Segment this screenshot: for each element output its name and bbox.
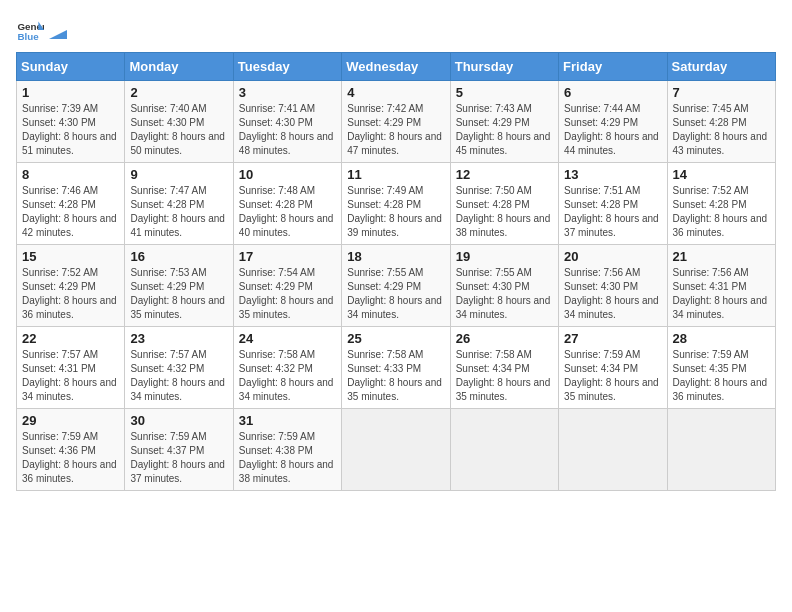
day-number: 24 [239, 331, 336, 346]
calendar-day-cell: 19 Sunrise: 7:55 AM Sunset: 4:30 PM Dayl… [450, 245, 558, 327]
sunrise-label: Sunrise: 7:59 AM [130, 431, 206, 442]
sunrise-label: Sunrise: 7:56 AM [564, 267, 640, 278]
sunrise-label: Sunrise: 7:48 AM [239, 185, 315, 196]
daylight-label: Daylight: 8 hours and 36 minutes. [673, 377, 768, 402]
daylight-label: Daylight: 8 hours and 36 minutes. [22, 295, 117, 320]
daylight-label: Daylight: 8 hours and 39 minutes. [347, 213, 442, 238]
sunrise-label: Sunrise: 7:59 AM [239, 431, 315, 442]
daylight-label: Daylight: 8 hours and 34 minutes. [239, 377, 334, 402]
day-number: 16 [130, 249, 227, 264]
calendar-day-cell [450, 409, 558, 491]
day-info: Sunrise: 7:57 AM Sunset: 4:32 PM Dayligh… [130, 348, 227, 404]
calendar-day-cell: 6 Sunrise: 7:44 AM Sunset: 4:29 PM Dayli… [559, 81, 667, 163]
day-info: Sunrise: 7:55 AM Sunset: 4:29 PM Dayligh… [347, 266, 444, 322]
day-number: 26 [456, 331, 553, 346]
sunset-label: Sunset: 4:37 PM [130, 445, 204, 456]
sunrise-label: Sunrise: 7:42 AM [347, 103, 423, 114]
sunset-label: Sunset: 4:28 PM [673, 117, 747, 128]
calendar-day-cell [559, 409, 667, 491]
day-number: 2 [130, 85, 227, 100]
day-info: Sunrise: 7:49 AM Sunset: 4:28 PM Dayligh… [347, 184, 444, 240]
sunrise-label: Sunrise: 7:52 AM [22, 267, 98, 278]
day-number: 7 [673, 85, 770, 100]
calendar-day-cell: 28 Sunrise: 7:59 AM Sunset: 4:35 PM Dayl… [667, 327, 775, 409]
sunset-label: Sunset: 4:30 PM [22, 117, 96, 128]
calendar-week-row: 1 Sunrise: 7:39 AM Sunset: 4:30 PM Dayli… [17, 81, 776, 163]
weekday-header: Sunday [17, 53, 125, 81]
daylight-label: Daylight: 8 hours and 36 minutes. [673, 213, 768, 238]
daylight-label: Daylight: 8 hours and 35 minutes. [456, 377, 551, 402]
svg-marker-3 [49, 30, 67, 39]
day-number: 13 [564, 167, 661, 182]
daylight-label: Daylight: 8 hours and 41 minutes. [130, 213, 225, 238]
sunrise-label: Sunrise: 7:57 AM [130, 349, 206, 360]
sunset-label: Sunset: 4:29 PM [347, 281, 421, 292]
calendar-table: SundayMondayTuesdayWednesdayThursdayFrid… [16, 52, 776, 491]
day-info: Sunrise: 7:41 AM Sunset: 4:30 PM Dayligh… [239, 102, 336, 158]
day-number: 22 [22, 331, 119, 346]
calendar-day-cell: 29 Sunrise: 7:59 AM Sunset: 4:36 PM Dayl… [17, 409, 125, 491]
sunset-label: Sunset: 4:30 PM [564, 281, 638, 292]
daylight-label: Daylight: 8 hours and 38 minutes. [239, 459, 334, 484]
sunset-label: Sunset: 4:32 PM [130, 363, 204, 374]
day-info: Sunrise: 7:59 AM Sunset: 4:34 PM Dayligh… [564, 348, 661, 404]
daylight-label: Daylight: 8 hours and 37 minutes. [564, 213, 659, 238]
calendar-day-cell: 15 Sunrise: 7:52 AM Sunset: 4:29 PM Dayl… [17, 245, 125, 327]
sunrise-label: Sunrise: 7:53 AM [130, 267, 206, 278]
daylight-label: Daylight: 8 hours and 35 minutes. [130, 295, 225, 320]
sunset-label: Sunset: 4:31 PM [22, 363, 96, 374]
day-number: 20 [564, 249, 661, 264]
calendar-day-cell: 17 Sunrise: 7:54 AM Sunset: 4:29 PM Dayl… [233, 245, 341, 327]
daylight-label: Daylight: 8 hours and 37 minutes. [130, 459, 225, 484]
weekday-header: Saturday [667, 53, 775, 81]
logo: General Blue [16, 16, 68, 44]
sunset-label: Sunset: 4:30 PM [130, 117, 204, 128]
day-number: 5 [456, 85, 553, 100]
day-number: 14 [673, 167, 770, 182]
sunset-label: Sunset: 4:29 PM [239, 281, 313, 292]
daylight-label: Daylight: 8 hours and 36 minutes. [22, 459, 117, 484]
sunset-label: Sunset: 4:28 PM [456, 199, 530, 210]
calendar-day-cell: 30 Sunrise: 7:59 AM Sunset: 4:37 PM Dayl… [125, 409, 233, 491]
sunset-label: Sunset: 4:29 PM [347, 117, 421, 128]
day-number: 23 [130, 331, 227, 346]
day-info: Sunrise: 7:40 AM Sunset: 4:30 PM Dayligh… [130, 102, 227, 158]
day-info: Sunrise: 7:54 AM Sunset: 4:29 PM Dayligh… [239, 266, 336, 322]
calendar-day-cell [342, 409, 450, 491]
calendar-day-cell: 3 Sunrise: 7:41 AM Sunset: 4:30 PM Dayli… [233, 81, 341, 163]
calendar-day-cell: 24 Sunrise: 7:58 AM Sunset: 4:32 PM Dayl… [233, 327, 341, 409]
sunset-label: Sunset: 4:34 PM [564, 363, 638, 374]
daylight-label: Daylight: 8 hours and 34 minutes. [347, 295, 442, 320]
day-info: Sunrise: 7:39 AM Sunset: 4:30 PM Dayligh… [22, 102, 119, 158]
day-number: 31 [239, 413, 336, 428]
calendar-day-cell: 8 Sunrise: 7:46 AM Sunset: 4:28 PM Dayli… [17, 163, 125, 245]
sunset-label: Sunset: 4:30 PM [239, 117, 313, 128]
day-number: 17 [239, 249, 336, 264]
calendar-week-row: 29 Sunrise: 7:59 AM Sunset: 4:36 PM Dayl… [17, 409, 776, 491]
daylight-label: Daylight: 8 hours and 51 minutes. [22, 131, 117, 156]
daylight-label: Daylight: 8 hours and 35 minutes. [564, 377, 659, 402]
sunset-label: Sunset: 4:34 PM [456, 363, 530, 374]
calendar-week-row: 15 Sunrise: 7:52 AM Sunset: 4:29 PM Dayl… [17, 245, 776, 327]
day-info: Sunrise: 7:58 AM Sunset: 4:34 PM Dayligh… [456, 348, 553, 404]
sunset-label: Sunset: 4:28 PM [673, 199, 747, 210]
sunrise-label: Sunrise: 7:55 AM [456, 267, 532, 278]
day-info: Sunrise: 7:58 AM Sunset: 4:32 PM Dayligh… [239, 348, 336, 404]
day-number: 3 [239, 85, 336, 100]
calendar-week-row: 22 Sunrise: 7:57 AM Sunset: 4:31 PM Dayl… [17, 327, 776, 409]
day-info: Sunrise: 7:51 AM Sunset: 4:28 PM Dayligh… [564, 184, 661, 240]
calendar-day-cell: 2 Sunrise: 7:40 AM Sunset: 4:30 PM Dayli… [125, 81, 233, 163]
calendar-day-cell: 31 Sunrise: 7:59 AM Sunset: 4:38 PM Dayl… [233, 409, 341, 491]
calendar-day-cell: 26 Sunrise: 7:58 AM Sunset: 4:34 PM Dayl… [450, 327, 558, 409]
sunrise-label: Sunrise: 7:43 AM [456, 103, 532, 114]
daylight-label: Daylight: 8 hours and 38 minutes. [456, 213, 551, 238]
day-number: 27 [564, 331, 661, 346]
daylight-label: Daylight: 8 hours and 35 minutes. [239, 295, 334, 320]
day-number: 28 [673, 331, 770, 346]
daylight-label: Daylight: 8 hours and 50 minutes. [130, 131, 225, 156]
calendar-day-cell: 4 Sunrise: 7:42 AM Sunset: 4:29 PM Dayli… [342, 81, 450, 163]
day-info: Sunrise: 7:45 AM Sunset: 4:28 PM Dayligh… [673, 102, 770, 158]
calendar-day-cell: 10 Sunrise: 7:48 AM Sunset: 4:28 PM Dayl… [233, 163, 341, 245]
sunset-label: Sunset: 4:29 PM [130, 281, 204, 292]
calendar-day-cell: 22 Sunrise: 7:57 AM Sunset: 4:31 PM Dayl… [17, 327, 125, 409]
